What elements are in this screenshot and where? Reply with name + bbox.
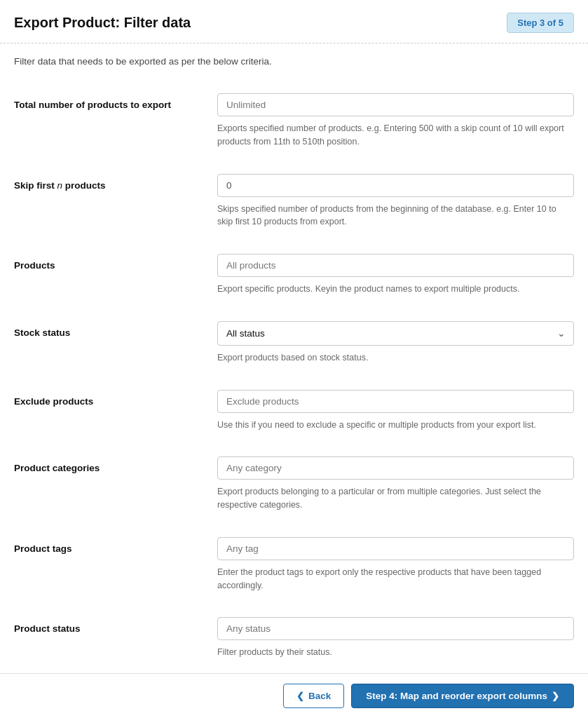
label-skip-products: Skip first n products: [14, 180, 106, 191]
input-product-status[interactable]: [217, 617, 574, 640]
label-product-categories: Product categories: [14, 463, 100, 473]
hint-skip-products: Skips specified number of products from …: [217, 203, 574, 229]
label-total-products: Total number of products to export: [14, 100, 171, 110]
footer-bar: ❮ Back Step 4: Map and reorder export co…: [0, 673, 588, 718]
page-description: Filter data that needs to be exported as…: [0, 43, 588, 74]
hint-product-categories: Export products belonging to a particula…: [217, 485, 574, 512]
select-stock-status[interactable]: All status In stock Out of stock On back…: [217, 321, 574, 346]
hint-exclude-products: Use this if you need to exclude a specif…: [217, 419, 574, 432]
input-products[interactable]: [217, 254, 574, 277]
form-row-skip-products: Skip first n products Skips specified nu…: [14, 161, 574, 242]
input-total-products[interactable]: [217, 93, 574, 116]
label-exclude-products: Exclude products: [14, 396, 93, 407]
next-label: Step 4: Map and reorder export columns: [366, 691, 547, 701]
back-label: Back: [308, 691, 331, 701]
next-button[interactable]: Step 4: Map and reorder export columns ❯: [351, 684, 574, 708]
chevron-right-icon: ❯: [552, 691, 559, 701]
input-exclude-products[interactable]: [217, 390, 574, 413]
hint-product-status: Filter products by their status.: [217, 646, 574, 659]
input-product-categories[interactable]: [217, 456, 574, 480]
form-row-product-categories: Product categories Export products belon…: [14, 444, 574, 524]
form-row-product-tags: Product tags Enter the product tags to e…: [14, 524, 574, 605]
form-body: Total number of products to export Expor…: [0, 74, 588, 718]
form-row-products: Products Export specific products. Keyin…: [14, 241, 574, 309]
input-product-tags[interactable]: [217, 537, 574, 560]
label-product-status: Product status: [14, 623, 81, 634]
form-row-product-status: Product status Filter products by their …: [14, 604, 574, 672]
form-row-stock-status: Stock status All status In stock Out of …: [14, 309, 574, 377]
step-badge: Step 3 of 5: [507, 13, 574, 33]
label-product-tags: Product tags: [14, 543, 72, 554]
select-wrapper-stock-status: All status In stock Out of stock On back…: [217, 321, 574, 346]
back-button[interactable]: ❮ Back: [283, 684, 344, 708]
input-skip-products[interactable]: [217, 174, 574, 197]
form-row-total-products: Total number of products to export Expor…: [14, 81, 574, 161]
label-products: Products: [14, 260, 55, 271]
form-row-exclude-products: Exclude products Use this if you need to…: [14, 377, 574, 445]
chevron-left-icon: ❮: [296, 691, 304, 701]
hint-stock-status: Export products based on stock status.: [217, 351, 574, 365]
hint-total-products: Exports specified number of products. e.…: [217, 122, 574, 149]
page-header: Export Product: Filter data Step 3 of 5: [0, 0, 588, 43]
hint-product-tags: Enter the product tags to export only th…: [217, 566, 574, 592]
hint-products: Export specific products. Keyin the prod…: [217, 283, 574, 296]
page-title: Export Product: Filter data: [14, 15, 191, 31]
label-stock-status: Stock status: [14, 327, 70, 338]
